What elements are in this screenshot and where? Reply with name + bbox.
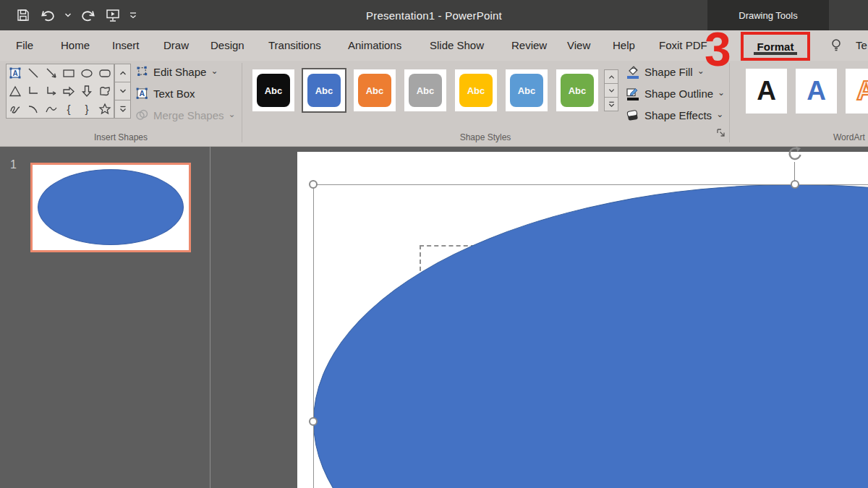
shape-outline-icon xyxy=(625,85,640,101)
shape-style-swatch[interactable]: Abc xyxy=(455,69,497,111)
wordart-style-blue[interactable]: A xyxy=(796,69,837,114)
arc-icon[interactable] xyxy=(25,100,43,118)
rounded-rectangle-icon[interactable] xyxy=(95,64,114,82)
oval-icon[interactable] xyxy=(78,64,96,82)
wordart-group-label: WordArt xyxy=(833,132,865,142)
tab-review[interactable]: Review xyxy=(511,39,547,51)
text-box-label: Text Box xyxy=(153,87,195,100)
elbow-connector-icon[interactable] xyxy=(25,82,43,100)
styles-scroll-up-button[interactable] xyxy=(604,69,618,84)
selection-bounding-box xyxy=(313,184,868,488)
panel-divider[interactable] xyxy=(210,147,210,488)
tab-format[interactable]: Format xyxy=(757,40,794,53)
triangle-icon[interactable] xyxy=(7,82,25,100)
resize-handle-top-left[interactable] xyxy=(309,180,318,189)
styles-gallery-more-button[interactable] xyxy=(604,98,618,111)
shape-styles-group-label: Shape Styles xyxy=(242,132,729,142)
left-brace-icon[interactable]: { xyxy=(60,100,78,118)
tab-slide-show[interactable]: Slide Show xyxy=(430,39,484,51)
style-abc-gray: Abc xyxy=(409,74,442,107)
freeform-shape-icon[interactable] xyxy=(95,82,114,100)
rectangle-icon[interactable] xyxy=(60,64,78,82)
insert-shapes-group-label: Insert Shapes xyxy=(0,132,242,142)
shape-fill-icon xyxy=(625,64,640,80)
style-abc-orange: Abc xyxy=(358,74,391,107)
tab-file[interactable]: File xyxy=(16,39,33,51)
wordart-gallery: A A A xyxy=(746,69,868,114)
svg-text:}: } xyxy=(85,103,88,115)
chevron-down-icon xyxy=(697,66,705,78)
line-arrow-icon[interactable] xyxy=(42,64,60,82)
resize-handle-top-center[interactable] xyxy=(791,180,799,189)
merge-shapes-button[interactable]: Merge Shapes xyxy=(135,106,236,124)
shape-style-swatch-selected[interactable]: Abc xyxy=(303,69,345,111)
text-box-icon[interactable]: A xyxy=(7,64,25,82)
slide-thumbnail-1[interactable] xyxy=(30,163,191,252)
style-abc-gold: Abc xyxy=(459,74,493,107)
shape-outline-button[interactable]: Shape Outline xyxy=(625,84,725,103)
edit-shape-button[interactable]: Edit Shape xyxy=(135,62,236,81)
styles-scroll-down-button[interactable] xyxy=(604,84,618,98)
shapes-gallery-scrollbar xyxy=(114,64,131,119)
tell-me-label[interactable]: Te xyxy=(856,39,867,51)
chevron-down-icon xyxy=(210,66,218,78)
tab-animations[interactable]: Animations xyxy=(348,39,401,51)
group-separator xyxy=(242,63,242,142)
elbow-arrow-connector-icon[interactable] xyxy=(42,82,60,100)
right-brace-icon[interactable]: } xyxy=(78,100,96,118)
curve-icon[interactable] xyxy=(42,100,60,118)
tab-view[interactable]: View xyxy=(567,39,590,51)
workspace: 1 xyxy=(0,147,868,488)
chevron-down-icon xyxy=(229,109,236,121)
title-bar: Presentation1 - PowerPoint Drawing Tools xyxy=(0,0,868,30)
tab-draw[interactable]: Draw xyxy=(163,39,189,51)
shape-style-swatch[interactable]: Abc xyxy=(556,69,598,111)
style-abc-black: Abc xyxy=(257,74,290,107)
rotation-handle-connector xyxy=(794,162,795,182)
shapes-scroll-up-button[interactable] xyxy=(114,64,131,82)
tab-foxit-pdf[interactable]: Foxit PDF xyxy=(659,39,707,51)
arrow-down-icon[interactable] xyxy=(78,82,96,100)
shape-fill-label: Shape Fill xyxy=(644,66,693,78)
tell-me-bulb-icon[interactable] xyxy=(829,38,843,53)
shape-style-swatch[interactable]: Abc xyxy=(404,69,446,111)
wordart-style-orange-outline[interactable]: A xyxy=(846,69,868,114)
arrow-right-icon[interactable] xyxy=(60,82,78,100)
tab-home[interactable]: Home xyxy=(61,39,90,51)
resize-handle-middle-left[interactable] xyxy=(309,417,318,426)
text-box-icon: A xyxy=(135,86,149,100)
star-icon[interactable] xyxy=(95,100,114,118)
rotation-handle[interactable] xyxy=(786,147,804,163)
shape-effects-label: Shape Effects xyxy=(644,109,712,121)
shape-effects-button[interactable]: Shape Effects xyxy=(625,106,725,124)
format-tab-highlight-box: Format xyxy=(741,32,810,61)
line-icon[interactable] xyxy=(25,64,43,82)
edit-shape-icon xyxy=(135,64,149,79)
active-tab-underline xyxy=(754,52,797,55)
shape-style-swatch[interactable]: Abc xyxy=(252,69,294,111)
shape-effects-icon xyxy=(625,107,640,123)
tab-transitions[interactable]: Transitions xyxy=(268,39,321,51)
style-abc-blue: Abc xyxy=(307,74,341,107)
chevron-down-icon xyxy=(716,109,723,121)
text-box-button[interactable]: A Text Box xyxy=(135,84,236,103)
tab-design[interactable]: Design xyxy=(210,39,244,51)
style-abc-lightblue: Abc xyxy=(510,74,543,107)
edit-shape-label: Edit Shape xyxy=(153,66,206,78)
shape-styles-scrollbar xyxy=(604,69,618,111)
tab-insert[interactable]: Insert xyxy=(112,39,140,51)
shape-style-swatch[interactable]: Abc xyxy=(506,69,548,111)
svg-text:A: A xyxy=(139,89,145,98)
scribble-icon[interactable] xyxy=(7,100,25,118)
ribbon-tab-bar: File Home Insert Draw Design Transitions… xyxy=(0,30,868,61)
shapes-gallery-more-button[interactable] xyxy=(114,100,131,119)
shapes-scroll-down-button[interactable] xyxy=(114,82,131,100)
chevron-down-icon xyxy=(718,87,725,100)
thumbnail-ellipse-shape xyxy=(38,169,184,245)
shapes-gallery: A { } xyxy=(6,64,114,119)
merge-shapes-icon xyxy=(135,108,149,122)
style-abc-green: Abc xyxy=(561,74,594,107)
shape-style-swatch[interactable]: Abc xyxy=(354,69,396,111)
wordart-style-black[interactable]: A xyxy=(746,69,787,114)
tab-help[interactable]: Help xyxy=(613,39,635,51)
